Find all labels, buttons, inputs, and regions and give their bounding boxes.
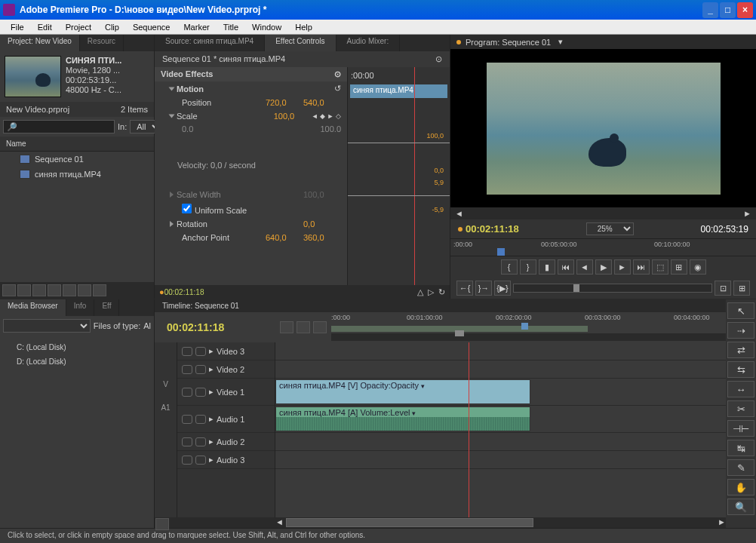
scroll-left-icon[interactable]: ◄ xyxy=(275,517,284,526)
mark-out-button[interactable]: } xyxy=(520,259,536,275)
current-timecode[interactable]: 00:02:11:18 xyxy=(466,223,519,235)
tab-info[interactable]: Info xyxy=(66,299,95,316)
rate-tool[interactable]: ↔ xyxy=(727,381,754,397)
scroll-right-icon[interactable]: ► xyxy=(718,517,726,526)
tab-resource[interactable]: Resourc xyxy=(80,35,124,51)
reset-icon[interactable]: ↺ xyxy=(334,84,341,94)
timeline-content[interactable]: синяя птица.MP4 [V] Opacity:Opacity ▾ си… xyxy=(275,342,726,517)
new-bin-button[interactable] xyxy=(63,284,76,296)
track-select-tool[interactable]: ⇢ xyxy=(727,322,754,339)
rotation-value[interactable]: 0,0 xyxy=(303,219,341,229)
dropdown-icon[interactable]: ▾ xyxy=(558,37,563,47)
maximize-button[interactable]: □ xyxy=(720,2,736,18)
anchor-x[interactable]: 640,0 xyxy=(266,233,303,242)
anchor-y[interactable]: 360,0 xyxy=(303,233,341,242)
automate-button[interactable] xyxy=(32,284,46,296)
menu-project[interactable]: Project xyxy=(60,21,97,33)
safe-margin-button[interactable]: ⊡ xyxy=(715,281,731,296)
timeline-playhead[interactable] xyxy=(469,342,469,517)
step-fwd-button[interactable]: ► xyxy=(614,259,631,275)
effect-timeline[interactable]: :00:00 синяя птица.MP4 100,0 0,0 5,9 -5,… xyxy=(347,67,450,285)
lock-icon[interactable] xyxy=(195,365,206,374)
menu-help[interactable]: Help xyxy=(289,21,318,33)
track-header-v1[interactable]: ▸Video 1 xyxy=(177,379,275,406)
video-preview[interactable] xyxy=(450,49,756,207)
lock-icon[interactable] xyxy=(195,388,206,397)
mark-in-button[interactable]: { xyxy=(501,259,518,275)
program-ruler[interactable]: :00:00 00:05:00:00 00:10:00:00 xyxy=(450,238,756,256)
eye-icon[interactable] xyxy=(182,388,192,397)
set-marker-button[interactable]: ▮ xyxy=(539,259,555,275)
section-toggle-icon[interactable]: ⊙ xyxy=(334,69,341,79)
eye-icon[interactable] xyxy=(182,365,192,374)
delete-button[interactable] xyxy=(93,284,106,296)
list-item-sequence[interactable]: Sequence 01 xyxy=(0,152,154,167)
col-name[interactable]: Name xyxy=(0,137,154,152)
ec-playhead[interactable] xyxy=(414,67,415,285)
playhead-head[interactable] xyxy=(521,323,528,330)
slide-tool[interactable]: ↹ xyxy=(727,440,754,456)
menu-edit[interactable]: Edit xyxy=(32,21,58,33)
minimize-button[interactable]: _ xyxy=(702,2,718,18)
zoom-handle[interactable] xyxy=(455,330,464,336)
ec-play-icon[interactable]: ▷ xyxy=(428,287,434,297)
menu-sequence[interactable]: Sequence xyxy=(127,21,177,33)
extract-button[interactable]: ⊞ xyxy=(671,259,687,275)
icon-view-button[interactable] xyxy=(17,284,31,296)
menu-file[interactable]: File xyxy=(5,21,30,33)
go-in-button[interactable]: ←{ xyxy=(456,281,473,296)
ripple-tool[interactable]: ⇄ xyxy=(727,342,754,358)
go-out-button[interactable]: }→ xyxy=(475,281,492,296)
timeline-scrollbar[interactable]: ◄► xyxy=(155,517,726,528)
go-next-button[interactable]: ⏭ xyxy=(633,259,650,275)
marker-button[interactable] xyxy=(297,321,310,333)
ec-loop-icon[interactable]: ↻ xyxy=(438,287,445,297)
razor-tool[interactable]: ✂ xyxy=(727,400,754,417)
disclosure-icon[interactable] xyxy=(169,87,175,90)
menu-title[interactable]: Title xyxy=(217,21,244,33)
menu-marker[interactable]: Marker xyxy=(177,21,215,33)
mb-select[interactable] xyxy=(3,319,91,333)
menu-clip[interactable]: Clip xyxy=(99,21,125,33)
tab-media-browser[interactable]: Media Browser xyxy=(0,299,66,316)
keyframe-nav[interactable]: ◄ ◆ ► ◇ xyxy=(312,112,341,120)
ec-footer-timecode[interactable]: 00:02:11:18 xyxy=(164,288,204,296)
track-row-a3[interactable] xyxy=(275,451,726,469)
export-frame-button[interactable]: ◉ xyxy=(690,259,706,275)
prev-edit-button[interactable]: ◄ xyxy=(455,209,463,218)
ec-toggle-icon[interactable]: ⊙ xyxy=(435,54,442,64)
lift-button[interactable]: ⬚ xyxy=(652,259,668,275)
timeline-ruler[interactable]: :00:00 00:01:00:00 00:02:00:00 00:03:00:… xyxy=(331,312,726,342)
playhead-marker[interactable] xyxy=(497,248,505,256)
track-header-v3[interactable]: ▸Video 3 xyxy=(177,342,275,360)
output-button[interactable]: ⊞ xyxy=(733,281,750,296)
menu-window[interactable]: Window xyxy=(246,21,287,33)
track-header-a2[interactable]: ▸Audio 2 xyxy=(177,433,275,451)
ec-zoom-out-icon[interactable]: △ xyxy=(417,287,423,297)
track-row-v3[interactable] xyxy=(275,342,726,360)
go-prev-button[interactable]: ⏮ xyxy=(558,259,574,275)
track-header-v2[interactable]: ▸Video 2 xyxy=(177,360,275,379)
tab-project[interactable]: Project: New Video xyxy=(0,35,80,51)
tab-effects[interactable]: Eff xyxy=(94,299,119,316)
jog-bar[interactable] xyxy=(513,284,712,293)
zoom-select[interactable]: 25% xyxy=(586,222,634,235)
track-row-v2[interactable] xyxy=(275,360,726,379)
lock-icon[interactable] xyxy=(195,415,206,424)
list-view-button[interactable] xyxy=(2,284,16,296)
hand-tool[interactable]: ✋ xyxy=(727,479,754,495)
tab-effect-controls[interactable]: Effect Controls xyxy=(265,35,336,51)
tab-source[interactable]: Source: синяя птица.MP4 xyxy=(155,35,265,51)
close-button[interactable]: × xyxy=(737,2,753,18)
pen-tool[interactable]: ✎ xyxy=(727,459,754,476)
drive-c[interactable]: C: (Local Disk) xyxy=(3,340,151,354)
position-x[interactable]: 720,0 xyxy=(266,98,303,107)
track-header-a3[interactable]: ▸Audio 3 xyxy=(177,451,275,469)
speaker-icon[interactable] xyxy=(182,456,192,465)
list-item-clip[interactable]: синяя птица.MP4 xyxy=(0,167,154,182)
audio-clip[interactable]: синяя птица.MP4 [A] Volume:Level ▾ xyxy=(275,406,530,431)
speaker-icon[interactable] xyxy=(182,415,192,424)
zoom-slider[interactable] xyxy=(155,518,169,530)
play-in-out-button[interactable]: {▶} xyxy=(494,281,511,296)
selection-tool[interactable]: ↖ xyxy=(727,302,754,319)
